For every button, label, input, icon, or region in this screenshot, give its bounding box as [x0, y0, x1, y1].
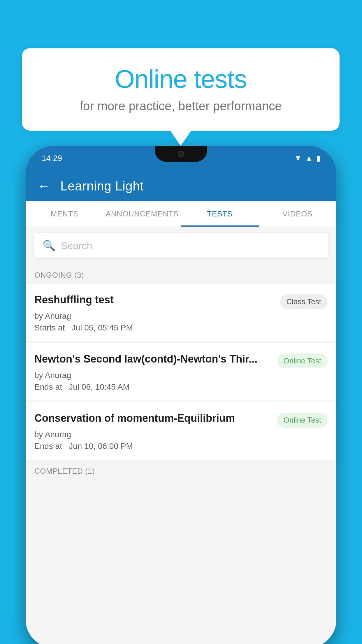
tab-announcements[interactable]: ANNOUNCEMENTS	[103, 201, 181, 227]
tab-ments[interactable]: MENTS	[26, 201, 103, 227]
completed-section-label: COMPLETED (1)	[26, 461, 336, 479]
search-icon: 🔍	[43, 239, 56, 252]
test-date-2: Ends at Jul 06, 10:45 AM	[34, 382, 328, 392]
screen-content: 🔍 Search ONGOING (3) Reshuffling test Cl…	[26, 227, 336, 644]
test-card-3[interactable]: Conservation of momentum-Equilibrium Onl…	[26, 402, 336, 460]
status-bar: 14:29 ▼ ▲ ▮	[26, 146, 336, 171]
wifi-icon: ▼	[294, 154, 302, 163]
ongoing-section-label: ONGOING (3)	[26, 264, 336, 284]
bubble-subtitle: for more practice, better performance	[39, 99, 322, 113]
battery-icon: ▮	[316, 154, 320, 163]
app-title: Learning Light	[60, 179, 144, 193]
test-name-3: Conservation of momentum-Equilibrium	[34, 412, 271, 425]
back-button[interactable]: ←	[37, 179, 50, 193]
test-date-3: Ends at Jun 10, 06:00 PM	[34, 442, 328, 451]
search-bar[interactable]: 🔍 Search	[34, 233, 328, 258]
tab-videos[interactable]: VIDEOS	[259, 201, 337, 227]
test-card-2[interactable]: Newton's Second law(contd)-Newton's Thir…	[26, 343, 336, 400]
bubble-title: Online tests	[39, 64, 322, 94]
card-top-3: Conservation of momentum-Equilibrium Onl…	[34, 412, 328, 428]
test-author-1: by Anurag	[34, 312, 328, 321]
phone-inner: 14:29 ▼ ▲ ▮ ← Learning Light MENTS ANNOU…	[26, 146, 336, 644]
tab-tests[interactable]: TESTS	[181, 201, 259, 227]
card-top-1: Reshuffling test Class Test	[34, 293, 328, 309]
test-date-1: Starts at Jul 05, 05:45 PM	[34, 323, 328, 332]
test-author-2: by Anurag	[34, 371, 328, 380]
status-icons: ▼ ▲ ▮	[294, 154, 320, 163]
speech-bubble: Online tests for more practice, better p…	[22, 48, 340, 131]
badge-online-test-2: Online Test	[277, 354, 328, 368]
app-bar: ← Learning Light	[26, 171, 336, 201]
test-name-2: Newton's Second law(contd)-Newton's Thir…	[34, 352, 271, 366]
badge-class-test-1: Class Test	[280, 294, 328, 309]
card-top-2: Newton's Second law(contd)-Newton's Thir…	[34, 352, 328, 368]
phone-frame: 14:29 ▼ ▲ ▮ ← Learning Light MENTS ANNOU…	[26, 146, 336, 644]
test-name-1: Reshuffling test	[34, 293, 274, 307]
notch	[155, 146, 207, 162]
signal-icon: ▲	[305, 154, 313, 163]
search-placeholder: Search	[61, 240, 92, 251]
status-time: 14:29	[42, 154, 62, 163]
badge-online-test-3: Online Test	[277, 413, 328, 428]
test-author-3: by Anurag	[34, 430, 328, 439]
test-card-1[interactable]: Reshuffling test Class Test by Anurag St…	[26, 284, 336, 341]
camera	[178, 151, 184, 157]
tabs-bar: MENTS ANNOUNCEMENTS TESTS VIDEOS	[26, 201, 336, 227]
